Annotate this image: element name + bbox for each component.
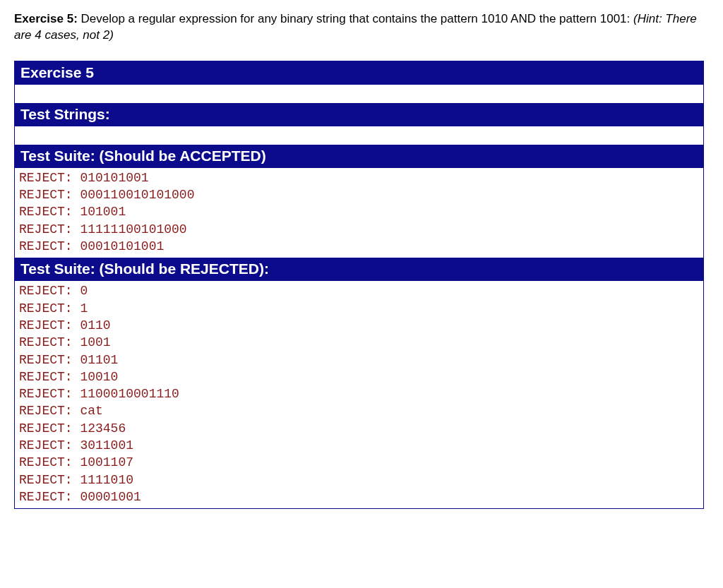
result-line: REJECT: 1001 — [19, 334, 699, 351]
result-line: REJECT: 10010 — [19, 368, 699, 385]
result-line: REJECT: 00001001 — [19, 488, 699, 505]
test-strings-header: Test Strings: — [15, 103, 703, 126]
result-line: REJECT: 1 — [19, 300, 699, 317]
exercise-label: Exercise 5: — [14, 12, 78, 25]
rejected-results: REJECT: 0REJECT: 1REJECT: 0110REJECT: 10… — [15, 281, 703, 508]
result-line: REJECT: 1001107 — [19, 454, 699, 471]
rejected-header: Test Suite: (Should be REJECTED): — [15, 258, 703, 281]
result-line: REJECT: 01101 — [19, 352, 699, 368]
result-line: REJECT: 1111010 — [19, 472, 699, 488]
result-line: REJECT: 123456 — [19, 420, 699, 437]
result-line: REJECT: 3011001 — [19, 437, 699, 454]
result-line: REJECT: 11111100101000 — [19, 221, 699, 238]
accepted-header: Test Suite: (Should be ACCEPTED) — [15, 145, 703, 168]
result-line: REJECT: 000110010101000 — [19, 186, 699, 203]
result-line: REJECT: 00010101001 — [19, 238, 699, 255]
result-line: REJECT: 101001 — [19, 203, 699, 220]
problem-statement: Exercise 5: Develop a regular expression… — [14, 11, 709, 44]
result-line: REJECT: 010101001 — [19, 169, 699, 186]
test-strings-input-row — [15, 126, 703, 145]
result-line: REJECT: 0110 — [19, 317, 699, 334]
regex-input-row — [15, 85, 703, 103]
accepted-results: REJECT: 010101001REJECT: 000110010101000… — [15, 168, 703, 258]
problem-text: Develop a regular expression for any bin… — [78, 12, 633, 25]
panel-title: Exercise 5 — [15, 61, 703, 85]
result-line: REJECT: cat — [19, 402, 699, 419]
result-line: REJECT: 1100010001110 — [19, 385, 699, 402]
exercise-panel: Exercise 5 Test Strings: Test Suite: (Sh… — [14, 61, 704, 509]
result-line: REJECT: 0 — [19, 282, 699, 299]
